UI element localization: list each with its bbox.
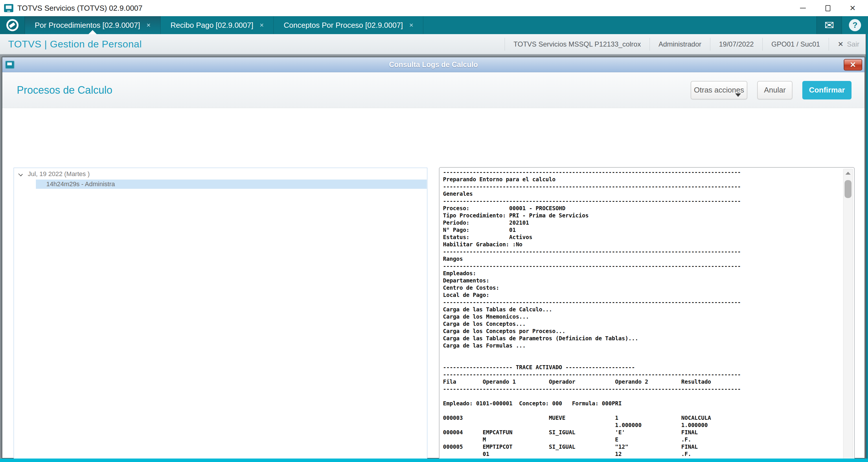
tabbar-right-icons: ✉ ? <box>816 16 868 34</box>
close-icon: ✕ <box>849 4 856 13</box>
header-status-area: TOTVS Servicios MSSQL P12133_colrox Admi… <box>505 34 868 54</box>
page-title: Procesos de Calculo <box>17 84 112 96</box>
tab-close-icon[interactable]: × <box>409 21 413 29</box>
close-button[interactable]: ✕ <box>840 0 865 16</box>
branch-label: GPO01 / Suc01 <box>763 38 829 51</box>
dialog-actions: Otras acciones Anular Confirmar <box>691 81 851 99</box>
window-controls: ✕ <box>790 0 865 16</box>
tab-label: Conceptos Por Proceso [02.9.0007] <box>283 21 403 30</box>
tab-conceptos-por-proceso[interactable]: Conceptos Por Proceso [02.9.0007] × <box>274 16 423 34</box>
dialog-close-button[interactable]: ✕ <box>844 59 862 70</box>
app-body: Consulta Logs de Calculo ✕ Procesos de C… <box>0 54 868 462</box>
help-icon: ? <box>849 19 861 31</box>
dropdown-arrow-icon <box>735 93 741 97</box>
minimize-button[interactable] <box>790 0 815 16</box>
brand-title: TOTVS | Gestion de Personal <box>8 38 142 50</box>
user-label: Administrador <box>650 38 710 51</box>
dialog-titlebar[interactable]: Consulta Logs de Calculo ✕ <box>2 57 865 72</box>
dialog-title: Consulta Logs de Calculo <box>2 60 865 69</box>
process-tree-panel: Jul, 19 2022 (Martes ) 14h24m29s - Admin… <box>13 168 427 462</box>
tab-label: Recibo Pago [02.9.0007] <box>170 21 253 30</box>
app-monitor-icon <box>4 4 13 12</box>
restore-icon <box>826 5 830 11</box>
tab-close-icon[interactable]: × <box>259 21 264 29</box>
date-label: 19/07/2022 <box>710 38 763 51</box>
anular-button[interactable]: Anular <box>757 81 793 99</box>
tree-root-node[interactable]: Jul, 19 2022 (Martes ) <box>14 170 427 178</box>
restore-button[interactable] <box>815 0 840 16</box>
app-window: TOTVS Servicios (TOTVS) 02.9.0007 ✕ Por … <box>0 0 868 462</box>
chevron-down-icon[interactable] <box>19 172 23 176</box>
tab-close-icon[interactable]: × <box>146 21 151 29</box>
tab-label: Por Procedimientos [02.9.0007] <box>35 21 140 30</box>
window-right-border <box>866 34 868 462</box>
logout-x-icon: ✕ <box>838 40 843 48</box>
totvs-logo-icon <box>6 19 19 31</box>
tree-selected-node[interactable]: 14h24m29s - Administra <box>36 179 427 189</box>
scroll-up-icon <box>845 172 850 175</box>
log-scrollbar[interactable] <box>843 169 853 462</box>
tab-bar: Por Procedimientos [02.9.0007] × Recibo … <box>0 16 868 34</box>
environment-label: TOTVS Servicios MSSQL P12133_colrox <box>505 38 650 51</box>
window-title: TOTVS Servicios (TOTVS) 02.9.0007 <box>18 4 143 13</box>
dialog-close-icon: ✕ <box>850 60 856 69</box>
tree-root-label: Jul, 19 2022 (Martes ) <box>28 170 90 178</box>
dialog-content: Jul, 19 2022 (Martes ) 14h24m29s - Admin… <box>2 108 865 458</box>
window-bottom-border <box>0 459 868 462</box>
os-titlebar: TOTVS Servicios (TOTVS) 02.9.0007 ✕ <box>0 0 868 16</box>
totvs-logo-tile[interactable] <box>0 16 25 34</box>
mail-icon: ✉ <box>824 20 834 31</box>
logout-button[interactable]: ✕ Sair <box>829 38 868 51</box>
dialog-action-strip: Procesos de Calculo Otras acciones Anula… <box>2 72 865 108</box>
app-header: TOTVS | Gestion de Personal TOTVS Servic… <box>0 34 868 54</box>
mail-button[interactable]: ✉ <box>816 16 842 34</box>
scrollbar-thumb[interactable] <box>844 180 851 198</box>
tab-por-procedimientos[interactable]: Por Procedimientos [02.9.0007] × <box>25 16 161 34</box>
confirmar-button[interactable]: Confirmar <box>802 81 851 99</box>
otras-acciones-button[interactable]: Otras acciones <box>691 81 747 99</box>
logout-label: Sair <box>847 40 859 48</box>
tab-recibo-pago[interactable]: Recibo Pago [02.9.0007] × <box>161 16 274 34</box>
anular-label: Anular <box>764 86 785 95</box>
scroll-up-button[interactable] <box>843 169 852 177</box>
confirmar-label: Confirmar <box>809 86 845 95</box>
help-button[interactable]: ? <box>842 16 868 34</box>
calc-log-panel: ----------------------------------------… <box>439 167 855 462</box>
minimize-icon <box>800 8 806 8</box>
calc-log-text: ----------------------------------------… <box>443 169 840 462</box>
consulta-logs-dialog: Consulta Logs de Calculo ✕ Procesos de C… <box>2 57 865 459</box>
tree-selected-label: 14h24m29s - Administra <box>46 180 115 188</box>
